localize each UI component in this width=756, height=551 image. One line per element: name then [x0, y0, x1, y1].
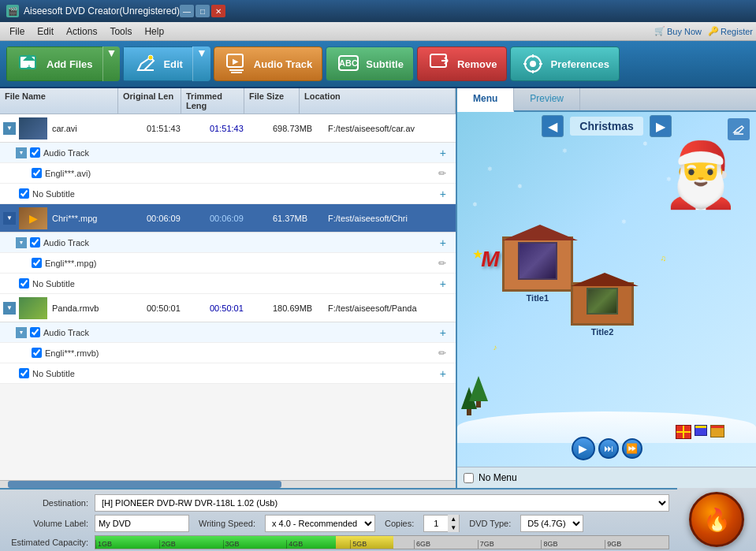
audio-track-item-checkbox-3[interactable] [32, 348, 42, 358]
file-row[interactable]: ▼ Panda.rmvb 00:50:01 00:50:01 180.69MB … [0, 294, 456, 322]
horizontal-scrollbar[interactable] [0, 480, 456, 488]
file-row[interactable]: ▼ car.avi 01:51:43 01:51:43 698.73MB F:/… [0, 114, 456, 143]
file-list-header: File Name Original Len Trimmed Leng File… [0, 88, 456, 114]
subtitle-button[interactable]: ABC Subtitle [326, 47, 414, 81]
cap-mark-7gb: 7GB [478, 540, 542, 549]
subtitle-add-button-3[interactable]: + [434, 367, 452, 380]
audio-add-button-3[interactable]: + [434, 326, 452, 339]
file-panel: File Name Original Len Trimmed Leng File… [0, 88, 457, 488]
cap-mark-8gb: 8GB [541, 540, 605, 549]
destination-label: Destination: [9, 498, 88, 508]
edit-dropdown[interactable]: ▼ [192, 47, 210, 81]
dvd-type-select[interactable]: D5 (4.7G) [520, 515, 583, 532]
titlebar: 🎬 Aiseesoft DVD Creator(Unregistered) — … [0, 0, 756, 22]
cap-mark-1gb: 1GB [95, 540, 159, 549]
copies-spinner[interactable]: ▲ ▼ [423, 515, 460, 532]
destination-select[interactable]: [H] PIONEER DVD-RW DVR-118L 1.02 (Usb) [95, 494, 669, 512]
audio-track-item: Engli***.avi) ✏ [0, 163, 456, 184]
titlebar-controls: — □ ✕ [180, 5, 225, 17]
file-original-len: 00:06:09 [147, 214, 210, 223]
preferences-button[interactable]: Preferences [510, 47, 619, 81]
subtitle-checkbox-3[interactable] [19, 368, 29, 378]
cap-mark-2gb: 2GB [159, 540, 223, 549]
subtitle-add-button-2[interactable]: + [434, 277, 452, 290]
subtitle-icon: ABC [336, 51, 361, 76]
svg-text:ABC: ABC [339, 58, 358, 68]
audio-track-button[interactable]: ▶ Audio Track [214, 47, 322, 81]
copies-spinner-buttons: ▲ ▼ [448, 515, 459, 532]
edit-button[interactable]: Edit [123, 47, 192, 81]
snowflake-1: ❄ [487, 166, 493, 173]
add-files-dropdown[interactable]: ▼ [102, 47, 121, 81]
maximize-button[interactable]: □ [196, 5, 210, 17]
audio-collapse-icon[interactable]: ▼ [16, 237, 27, 248]
audio-track-item-checkbox-2[interactable] [32, 258, 42, 268]
menu-tools[interactable]: Tools [103, 24, 138, 39]
writing-speed-select[interactable]: x 4.0 - Recommended [265, 515, 375, 532]
nav-prev-button[interactable]: ◀ [542, 115, 564, 137]
subtitle-checkbox-2[interactable] [19, 278, 29, 289]
buy-now-link[interactable]: 🛒 Buy Now [654, 26, 702, 36]
menu-help[interactable]: Help [138, 24, 170, 39]
audio-collapse-icon-3[interactable]: ▼ [16, 327, 27, 338]
add-files-button[interactable]: + Add Files [6, 47, 102, 81]
audio-track-checkbox-3[interactable] [30, 327, 40, 337]
close-button[interactable]: ✕ [211, 5, 225, 17]
title1-container[interactable]: Title1 [502, 236, 573, 303]
audio-track-name-2: Engli***.mpg) [45, 259, 432, 268]
remove-button[interactable]: Remove [417, 47, 508, 81]
santa-figure: 🎅 [654, 143, 748, 270]
title2-container[interactable]: Title2 [571, 282, 634, 337]
audio-add-button-2[interactable]: + [434, 236, 452, 249]
file-row[interactable]: ▼ ▶ Chri***.mpg 00:06:09 00:06:09 61.37M… [0, 204, 456, 233]
audio-track-edit-3[interactable]: ✏ [432, 348, 452, 359]
cap-mark-5gb: 5GB [350, 540, 414, 549]
col-size: File Size [244, 88, 300, 114]
menu-actions[interactable]: Actions [60, 24, 103, 39]
menu-file[interactable]: File [3, 24, 31, 39]
play-button[interactable]: ▶ [572, 437, 595, 460]
audio-track-label-3: Audio Track [43, 328, 434, 337]
fast-forward-button[interactable]: ⏭ [598, 438, 619, 459]
minimize-button[interactable]: — [180, 5, 194, 17]
audio-collapse-icon[interactable]: ▼ [16, 147, 27, 158]
row-collapse-icon[interactable]: ▼ [3, 122, 16, 135]
audio-track-edit[interactable]: ✏ [432, 168, 452, 179]
audio-track-checkbox[interactable] [30, 147, 40, 158]
row-collapse-icon[interactable]: ▼ [3, 212, 16, 225]
tab-menu[interactable]: Menu [457, 88, 514, 112]
file-original-len: 00:50:01 [147, 303, 210, 313]
remove-icon [427, 51, 452, 76]
copies-down-button[interactable]: ▼ [448, 523, 459, 532]
subtitle-row-2: No Subtitle + [0, 274, 456, 294]
register-link[interactable]: 🔑 Register [708, 26, 753, 36]
nav-edit-button[interactable] [728, 118, 750, 140]
volume-input[interactable] [95, 515, 189, 532]
subtitle-checkbox[interactable] [19, 188, 29, 199]
svg-point-17 [530, 61, 536, 67]
skip-forward-button[interactable]: ⏩ [622, 438, 642, 459]
svg-point-5 [148, 55, 153, 60]
no-menu-checkbox[interactable] [464, 473, 474, 483]
menu-edit[interactable]: Edit [31, 24, 60, 39]
cap-mark-3gb: 3GB [223, 540, 287, 549]
subtitle-label-2: No Subtitle [32, 279, 434, 289]
file-size: 180.69MB [273, 303, 328, 313]
nav-next-button[interactable]: ▶ [650, 115, 672, 137]
tab-preview[interactable]: Preview [514, 88, 580, 110]
subtitle-add-button[interactable]: + [434, 188, 452, 200]
play-controls: ▶ ⏭ ⏩ [572, 437, 642, 460]
col-original: Original Len [118, 88, 181, 114]
col-filename: File Name [0, 88, 118, 114]
audio-track-edit-2[interactable]: ✏ [432, 258, 452, 269]
copies-input[interactable] [424, 519, 448, 528]
row-collapse-icon[interactable]: ▼ [3, 302, 16, 315]
snowflake-4: ❅ [472, 201, 478, 208]
audio-add-button[interactable]: + [434, 147, 452, 159]
copies-up-button[interactable]: ▲ [448, 515, 459, 523]
burn-button[interactable]: 🔥 [689, 492, 744, 547]
audio-track-label: Audio Track [43, 148, 434, 158]
audio-track-checkbox-2[interactable] [30, 237, 40, 248]
audio-track-item-checkbox[interactable] [32, 168, 42, 178]
snowflake-2: ❅ [517, 183, 523, 190]
